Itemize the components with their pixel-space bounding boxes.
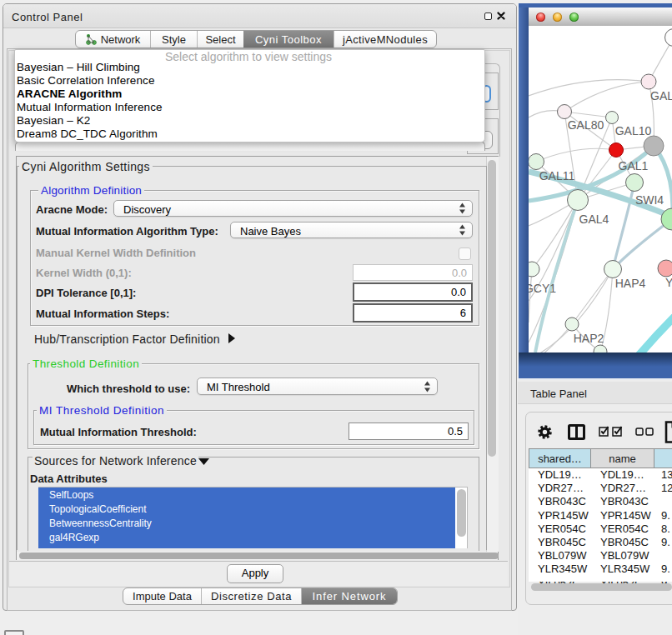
svg-text:HAP4: HAP4	[615, 277, 646, 290]
svg-text:GAL10: GAL10	[615, 124, 652, 138]
svg-text:GAL80: GAL80	[568, 118, 604, 132]
svg-text:GAL11: GAL11	[539, 169, 575, 182]
svg-text:GAL7: GAL7	[650, 89, 672, 102]
svg-text:GAL1: GAL1	[619, 159, 649, 172]
svg-text:GCY1: GCY1	[529, 282, 556, 295]
svg-text:HAP2: HAP2	[574, 332, 604, 345]
svg-text:Y: Y	[665, 276, 672, 289]
svg-text:SWI4: SWI4	[635, 193, 664, 207]
svg-text:GAL4: GAL4	[579, 212, 609, 226]
